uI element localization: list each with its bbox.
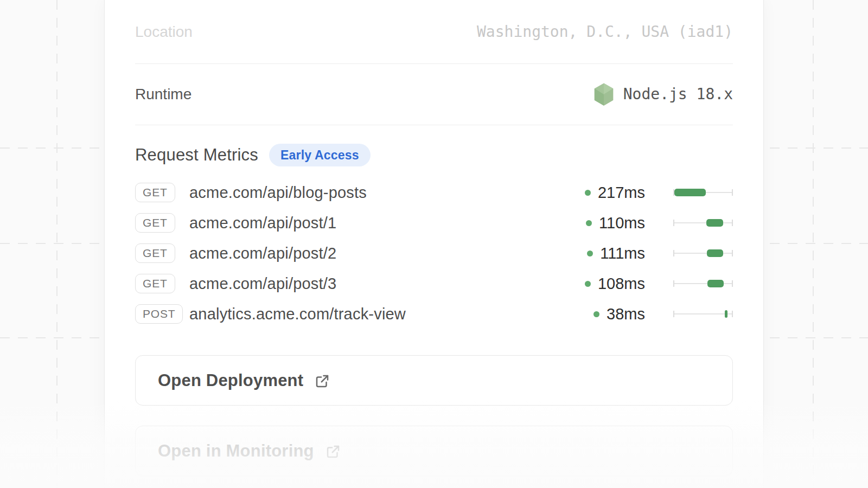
location-value: Washington, D.C., USA (iad1) xyxy=(477,23,733,41)
request-metrics-header: Request Metrics Early Access xyxy=(135,143,733,168)
latency-dot-icon xyxy=(586,220,592,226)
grid-vertical-dash-left xyxy=(56,0,58,488)
location-row: Location Washington, D.C., USA (iad1) xyxy=(135,0,733,63)
request-row: GET acme.com/api/post/3 108ms xyxy=(135,268,733,299)
request-timeline xyxy=(673,219,733,227)
request-url: acme.com/api/post/2 xyxy=(189,245,336,262)
deployment-details-panel: Location Washington, D.C., USA (iad1) Ru… xyxy=(104,0,764,488)
location-label: Location xyxy=(135,23,193,41)
request-url: acme.com/api/post/3 xyxy=(189,275,336,293)
early-access-badge: Early Access xyxy=(269,144,371,166)
method-badge: GET xyxy=(135,243,175,263)
method-badge: POST xyxy=(135,304,183,324)
grid-vertical-dash-right xyxy=(813,0,814,488)
request-timeline xyxy=(673,310,733,318)
latency-value: 217ms xyxy=(598,184,645,202)
external-link-icon xyxy=(314,373,330,389)
method-badge: GET xyxy=(135,274,175,293)
request-metrics-title: Request Metrics xyxy=(135,145,258,165)
external-link-icon xyxy=(325,444,341,460)
request-timeline xyxy=(673,279,733,288)
request-row: GET acme.com/api/post/2 111ms xyxy=(135,238,733,268)
latency-dot-icon xyxy=(585,190,591,196)
method-badge: GET xyxy=(135,183,175,202)
runtime-label: Runtime xyxy=(135,86,192,103)
timeline-bar xyxy=(725,310,728,318)
request-row: GET acme.com/api/blog-posts 217ms xyxy=(135,177,733,208)
request-row: GET acme.com/api/post/1 110ms xyxy=(135,208,733,238)
latency-group: 38ms xyxy=(593,299,645,329)
request-row: POST analytics.acme.com/track-view 38ms xyxy=(135,299,733,329)
latency-dot-icon xyxy=(585,281,591,287)
open-deployment-button[interactable]: Open Deployment xyxy=(135,355,733,406)
request-url: analytics.acme.com/track-view xyxy=(189,305,406,323)
request-timeline xyxy=(673,188,733,197)
latency-group: 108ms xyxy=(585,268,645,299)
divider xyxy=(135,125,733,125)
latency-group: 111ms xyxy=(587,238,645,268)
latency-value: 108ms xyxy=(598,275,645,293)
request-url: acme.com/api/post/1 xyxy=(189,214,336,232)
latency-value: 38ms xyxy=(607,305,645,323)
latency-value: 110ms xyxy=(599,214,645,232)
timeline-bar xyxy=(706,219,724,227)
latency-dot-icon xyxy=(587,251,593,256)
timeline-bar xyxy=(707,280,724,287)
method-badge: GET xyxy=(135,213,175,233)
runtime-value: Node.js 18.x xyxy=(623,85,733,103)
latency-group: 110ms xyxy=(586,208,645,238)
latency-value: 111ms xyxy=(600,245,645,262)
nodejs-icon xyxy=(593,82,615,106)
request-url: acme.com/api/blog-posts xyxy=(189,184,367,202)
open-in-monitoring-label: Open in Monitoring xyxy=(158,441,314,461)
open-in-monitoring-button[interactable]: Open in Monitoring xyxy=(135,426,733,476)
runtime-value-group: Node.js 18.x xyxy=(593,82,733,106)
runtime-row: Runtime Node.js 18.x xyxy=(135,63,733,125)
request-list: GET acme.com/api/blog-posts 217ms GET ac… xyxy=(135,177,733,329)
latency-group: 217ms xyxy=(585,177,645,208)
open-deployment-label: Open Deployment xyxy=(158,371,303,390)
latency-dot-icon xyxy=(593,311,599,317)
timeline-bar xyxy=(707,249,724,257)
request-timeline xyxy=(673,249,733,258)
timeline-bar xyxy=(674,189,706,196)
